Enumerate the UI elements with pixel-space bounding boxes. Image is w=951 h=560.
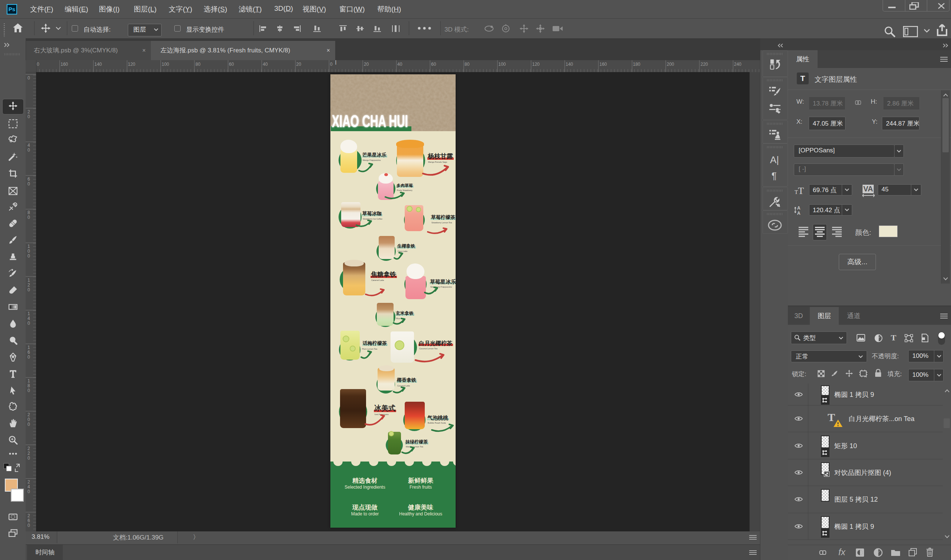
svg-text:A: A [797, 211, 800, 215]
svg-text:A: A [797, 206, 800, 211]
